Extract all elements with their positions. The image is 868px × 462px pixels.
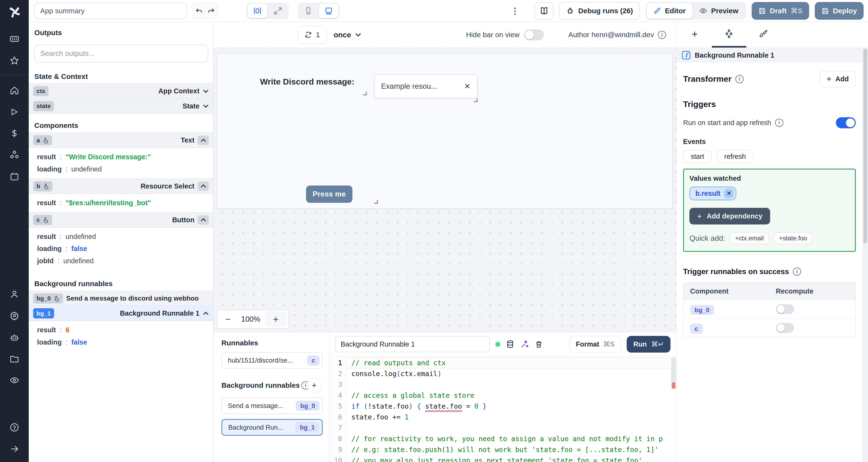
tab-editor[interactable]: Editor [647, 3, 692, 19]
tab-styling[interactable] [746, 22, 781, 47]
press-me-button[interactable]: Press me [306, 186, 352, 203]
resize-handle[interactable] [474, 98, 477, 102]
remove-watched-icon[interactable]: ✕ [724, 189, 734, 198]
runnable-item[interactable]: hub/1511/discord/se...c [221, 352, 323, 369]
code-line[interactable]: 3 [330, 379, 676, 390]
info-icon[interactable]: i [775, 119, 783, 127]
code-area[interactable]: 1// read outputs and ctx2console.log(ctx… [330, 356, 676, 462]
event-pill-start[interactable]: start [683, 150, 712, 163]
id-badge: bg_0 [33, 293, 63, 304]
variables-icon[interactable] [0, 123, 29, 144]
apps-icon[interactable] [0, 28, 29, 50]
bg-runnable-item[interactable]: Background Run...bg_1 [221, 419, 323, 436]
resource-select-component[interactable]: Example resou... ✕ [374, 74, 477, 98]
code-line[interactable]: 6state.foo += 1 [330, 412, 676, 423]
context-row-state[interactable]: stateState [29, 98, 213, 114]
mobile-view-toggle[interactable] [299, 4, 318, 18]
users-icon[interactable] [0, 283, 29, 305]
right-panel-scrollbar[interactable] [862, 47, 868, 462]
desktop-view-toggle[interactable] [319, 4, 338, 18]
windmill-logo[interactable] [7, 5, 22, 20]
collapse-icon[interactable] [0, 438, 29, 460]
code-line[interactable]: 10// you may also just reassign as next … [330, 455, 676, 462]
app-summary-input[interactable] [34, 3, 187, 19]
quick-add-pill[interactable]: +ctx.email [730, 232, 769, 244]
more-options-icon[interactable]: ⋮ [511, 6, 519, 16]
chevron-up-icon[interactable] [198, 182, 209, 191]
editor-scrollbar[interactable] [671, 358, 676, 383]
audit-icon[interactable] [0, 369, 29, 391]
chevron-up-icon[interactable] [198, 135, 209, 145]
chevron-up-icon[interactable] [203, 310, 209, 317]
text-component[interactable]: Write Discord message: [259, 74, 368, 96]
component-row-a[interactable]: a Text [29, 133, 213, 148]
zoom-out-button[interactable]: − [217, 310, 239, 328]
settings-icon[interactable] [0, 305, 29, 326]
help-icon[interactable] [0, 417, 29, 438]
background-row-bg_0[interactable]: bg_0 Send a message to discord using web… [29, 291, 213, 306]
component-row-b[interactable]: b Resource Select [29, 178, 213, 194]
undo-button[interactable] [193, 3, 205, 19]
folders-icon[interactable] [0, 348, 29, 369]
resources-icon[interactable] [0, 144, 29, 166]
centered-layout-toggle[interactable] [248, 4, 267, 18]
add-dependency-button[interactable]: + Add dependency [689, 208, 770, 225]
code-line[interactable]: 7 [330, 423, 676, 433]
zoom-in-button[interactable]: + [265, 311, 287, 327]
run-on-start-toggle[interactable] [836, 117, 856, 128]
fullscreen-layout-toggle[interactable] [268, 4, 287, 18]
runnable-name-input[interactable] [335, 336, 490, 352]
resize-handle[interactable] [363, 92, 367, 95]
resize-handle[interactable] [374, 200, 378, 204]
code-line[interactable]: 9// e.g: state.foo.push(1) will not work… [330, 444, 676, 455]
delete-icon[interactable] [535, 340, 543, 349]
recompute-toggle[interactable] [776, 304, 794, 314]
info-icon[interactable]: i [735, 75, 744, 83]
event-pill-refresh[interactable]: refresh [717, 150, 753, 163]
chevron-down-icon[interactable] [203, 103, 209, 109]
tab-insert-component[interactable]: + [678, 22, 712, 47]
add-background-runnable-button[interactable]: + [307, 378, 321, 393]
info-icon[interactable]: i [793, 267, 801, 276]
deploy-button[interactable]: Deploy [815, 2, 864, 20]
schedule-dropdown[interactable]: once [334, 31, 362, 39]
code-line[interactable]: 1// read outputs and ctx [330, 358, 676, 368]
hide-bar-toggle[interactable] [524, 29, 544, 40]
workers-icon[interactable] [0, 327, 29, 348]
clear-select-icon[interactable]: ✕ [464, 82, 471, 91]
star-icon[interactable] [0, 50, 29, 71]
runs-icon[interactable] [0, 101, 29, 123]
tab-preview[interactable]: Preview [692, 3, 745, 19]
error-marker [672, 383, 676, 389]
schedules-icon[interactable] [0, 166, 29, 187]
info-icon[interactable]: i [658, 31, 666, 39]
cache-icon[interactable] [506, 340, 515, 349]
recompute-toggle[interactable] [776, 323, 794, 333]
redo-button[interactable] [205, 3, 217, 19]
format-button[interactable]: Format ⌘S [569, 336, 621, 353]
tab-component-settings[interactable] [712, 22, 746, 47]
button-component[interactable]: Press me [293, 180, 366, 207]
context-row-ctx[interactable]: ctxApp Context [29, 83, 213, 99]
debug-runs-button[interactable]: Debug runs (26) [559, 2, 640, 20]
quick-add-pill[interactable]: +state.foo [774, 232, 812, 244]
refresh-count-button[interactable]: 1 [298, 26, 326, 43]
home-icon[interactable] [0, 79, 29, 101]
draft-button[interactable]: Draft ⌘S [752, 2, 809, 20]
ai-wand-icon[interactable] [520, 340, 529, 349]
docs-button[interactable] [535, 2, 554, 20]
chevron-down-icon[interactable] [203, 88, 209, 94]
add-transformer-button[interactable]: + Add [819, 71, 856, 88]
chevron-up-icon[interactable] [198, 215, 209, 225]
run-button[interactable]: Run ⌘↵ [627, 336, 671, 353]
code-line[interactable]: 5if (!state.foo) { state.foo = 0 } [330, 401, 676, 412]
component-row-c[interactable]: c Button [29, 212, 213, 228]
background-row-bg_1[interactable]: bg_1Background Runnable 1 [29, 306, 213, 321]
app-canvas[interactable]: Write Discord message: Example resou... … [214, 47, 676, 332]
code-line[interactable]: 4// access a global state store [330, 390, 676, 401]
bg-runnable-item[interactable]: Send a message...bg_0 [221, 398, 323, 414]
code-line[interactable]: 8// for reactivity to work, you need to … [330, 433, 676, 444]
transformer-title: Transformer [683, 74, 732, 84]
code-line[interactable]: 2console.log(ctx.email) [330, 368, 676, 379]
search-outputs-input[interactable] [34, 45, 208, 62]
